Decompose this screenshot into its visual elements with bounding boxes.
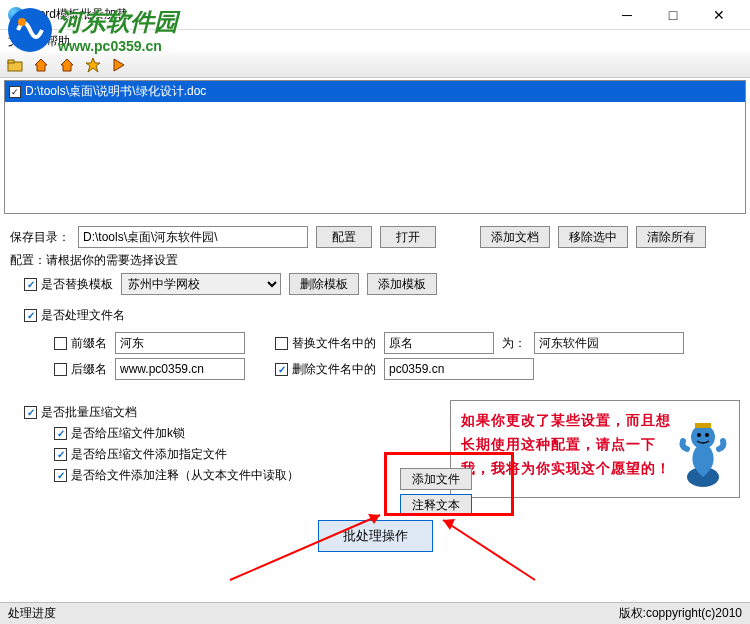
status-copyright: 版权:coppyright(c)2010 [619,605,742,622]
suffix-input[interactable] [115,358,245,380]
titlebar: word模板批量加载 ─ □ ✕ [0,0,750,30]
add-template-button[interactable]: 添加模板 [367,273,437,295]
add-doc-button[interactable]: 添加文档 [480,226,550,248]
batch-compress-checkbox[interactable]: ✓是否批量压缩文档 [24,404,137,421]
tip-text: 如果你更改了某些设置，而且想长期使用这种配置，请点一下我，我将为你实现这个愿望的… [461,409,671,489]
svg-point-7 [705,433,709,437]
clear-all-button[interactable]: 清除所有 [636,226,706,248]
file-row-checkbox[interactable]: ✓ [9,86,21,98]
file-list[interactable]: ✓ D:\tools\桌面\说明书\绿化设计.doc [4,80,746,214]
svg-rect-3 [8,60,14,63]
batch-process-button[interactable]: 批处理操作 [318,520,433,552]
process-filename-checkbox[interactable]: ✓是否处理文件名 [24,307,125,324]
menubar: 文件 帮助 [0,30,750,52]
svg-point-6 [697,433,701,437]
toolbar-home1-icon[interactable] [32,56,50,74]
minimize-button[interactable]: ─ [604,0,650,30]
delete-template-button[interactable]: 删除模板 [289,273,359,295]
toolbar-open-icon[interactable] [6,56,24,74]
svg-point-5 [691,425,715,449]
add-file-button[interactable]: 添加文件 [400,468,472,490]
orig-name-input[interactable] [384,332,494,354]
genie-icon [677,409,729,489]
tip-box[interactable]: 如果你更改了某些设置，而且想长期使用这种配置，请点一下我，我将为你实现这个愿望的… [450,400,740,498]
template-select[interactable]: 苏州中学网校 [121,273,281,295]
lock-checkbox[interactable]: ✓是否给压缩文件加k锁 [54,425,185,442]
toolbar [0,52,750,78]
close-button[interactable]: ✕ [696,0,742,30]
svg-rect-8 [695,423,711,428]
annotation-checkbox[interactable]: ✓是否给文件添加注释（从文本文件中读取） [54,467,299,484]
menu-file[interactable]: 文件 [8,33,32,50]
file-row-path: D:\tools\桌面\说明书\绿化设计.doc [25,83,206,100]
toolbar-star-icon[interactable] [84,56,102,74]
config-button[interactable]: 配置 [316,226,372,248]
window-title: word模板批量加载 [30,6,604,23]
toolbar-run-icon[interactable] [110,56,128,74]
status-bar: 处理进度 版权:coppyright(c)2010 [0,602,750,624]
delete-in-name-input[interactable] [384,358,534,380]
maximize-button[interactable]: □ [650,0,696,30]
save-dir-input[interactable] [78,226,308,248]
add-file-checkbox[interactable]: ✓是否给压缩文件添加指定文件 [54,446,227,463]
replace-template-checkbox[interactable]: ✓是否替换模板 [24,276,113,293]
new-name-input[interactable] [534,332,684,354]
toolbar-home2-icon[interactable] [58,56,76,74]
app-icon [8,7,24,23]
to-label: 为： [502,335,526,352]
replace-in-name-checkbox[interactable]: 替换文件名中的 [275,335,376,352]
config-hint: 配置：请根据你的需要选择设置 [10,252,178,269]
open-button[interactable]: 打开 [380,226,436,248]
prefix-checkbox[interactable]: 前缀名 [54,335,107,352]
save-dir-label: 保存目录： [10,229,70,246]
prefix-input[interactable] [115,332,245,354]
status-progress: 处理进度 [8,605,56,622]
suffix-checkbox[interactable]: 后缀名 [54,361,107,378]
annotation-button[interactable]: 注释文本 [400,494,472,516]
remove-selected-button[interactable]: 移除选中 [558,226,628,248]
menu-help[interactable]: 帮助 [46,33,70,50]
file-row[interactable]: ✓ D:\tools\桌面\说明书\绿化设计.doc [5,81,745,102]
delete-in-name-checkbox[interactable]: ✓删除文件名中的 [275,361,376,378]
